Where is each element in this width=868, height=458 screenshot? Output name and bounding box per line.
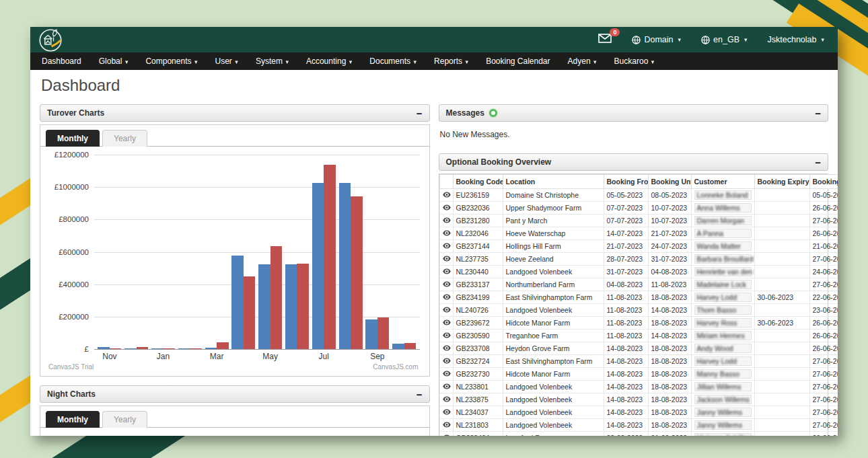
nav-item-adyen[interactable]: Adyen ▾ [559, 52, 606, 71]
customer-name-redacted: A Panna [694, 229, 752, 238]
month-group-jan [150, 348, 177, 349]
booking-code[interactable]: GB231280 [453, 215, 503, 227]
booking-code[interactable]: GB232730 [453, 368, 503, 381]
view-booking-button[interactable] [439, 278, 453, 291]
column-header-create-date[interactable]: Booking Create date [809, 175, 838, 189]
booking-until-cell: 11-08-2023 [648, 278, 691, 291]
nav-item-booking-calendar[interactable]: Booking Calendar [477, 52, 558, 70]
nav-item-global[interactable]: Global ▾ [90, 52, 137, 71]
nav-item-system[interactable]: System ▾ [247, 52, 297, 71]
bar-red-jul [324, 165, 336, 349]
night-panel-header: Night Charts − [40, 385, 430, 403]
tab-yearly[interactable]: Yearly [102, 411, 147, 428]
column-header-location[interactable]: Location [503, 175, 604, 189]
view-booking-button[interactable] [439, 227, 453, 240]
view-booking-button[interactable] [439, 317, 453, 330]
nav-item-buckaroo[interactable]: Buckaroo ▾ [606, 52, 663, 71]
view-booking-button[interactable] [439, 355, 453, 368]
tab-monthly[interactable]: Monthly [46, 130, 100, 147]
view-booking-button[interactable] [439, 291, 453, 304]
language-dropdown[interactable]: en_GB ▾ [701, 35, 747, 44]
booking-code[interactable]: GB239672 [453, 317, 503, 330]
eye-icon [443, 204, 451, 211]
x-axis-tick-label [230, 352, 257, 361]
tab-yearly[interactable]: Yearly [102, 130, 147, 147]
app-logo-icon[interactable] [38, 28, 63, 52]
mail-button[interactable]: 0 [598, 34, 612, 46]
booking-code[interactable]: EU236159 [453, 189, 503, 202]
view-booking-button[interactable] [439, 266, 453, 278]
booking-expiry-cell [754, 432, 809, 436]
collapse-button[interactable]: − [815, 159, 821, 166]
user-menu-dropdown[interactable]: Jsktechnolab ▾ [768, 35, 825, 44]
booking-until-cell: 18-08-2023 [648, 355, 691, 368]
booking-code[interactable]: GB233137 [453, 278, 503, 291]
nav-item-reports[interactable]: Reports ▾ [425, 52, 477, 71]
location-cell: Landgoed Volenbeek [503, 266, 604, 278]
canvasjs-link[interactable]: CanvasJS.com [373, 363, 418, 371]
booking-code[interactable]: GB230590 [453, 330, 503, 342]
view-booking-button[interactable] [439, 381, 453, 393]
location-cell: Pant y March [503, 215, 604, 227]
booking-code[interactable]: NL237735 [453, 253, 503, 266]
booking-code[interactable]: GB238404 [453, 432, 503, 436]
booking-until-cell: 18-08-2023 [648, 291, 691, 304]
booking-code[interactable]: NL231803 [453, 419, 503, 432]
booking-from-cell: 11-08-2023 [604, 291, 648, 304]
column-header-booking-until[interactable]: Booking Until [648, 175, 691, 189]
booking-create-cell: 27-06-2023 [809, 215, 838, 227]
view-booking-button[interactable] [439, 304, 453, 317]
right-column: Messages − No New Messages. Optional Boo… [439, 104, 829, 436]
mail-icon [598, 34, 612, 43]
column-header-booking-from[interactable]: Booking From [604, 175, 648, 189]
customer-name-redacted: Jillian Willems [694, 382, 752, 391]
nav-item-documents[interactable]: Documents ▾ [361, 52, 425, 71]
booking-until-cell: 18-08-2023 [648, 393, 691, 406]
booking-code[interactable]: GB232724 [453, 355, 503, 368]
location-cell: Treganhoe Farm [503, 330, 604, 342]
domain-dropdown[interactable]: Domain ▾ [632, 35, 681, 44]
view-booking-button[interactable] [439, 406, 453, 419]
view-booking-button[interactable] [439, 202, 453, 215]
booking-code[interactable]: NL233875 [453, 393, 503, 406]
view-booking-button[interactable] [439, 215, 453, 227]
view-booking-button[interactable] [439, 419, 453, 432]
booking-expiry-cell [754, 227, 809, 240]
collapse-button[interactable]: − [815, 110, 821, 117]
customer-cell: Henriette van den Hout [691, 266, 754, 278]
booking-code[interactable]: NL230440 [453, 266, 503, 278]
booking-from-cell: 14-08-2023 [604, 381, 648, 393]
y-axis-tick-label: £1000000 [55, 183, 89, 191]
nav-item-components[interactable]: Components ▾ [137, 52, 206, 71]
booking-code[interactable]: NL232046 [453, 227, 503, 240]
booking-code[interactable]: GB232036 [453, 202, 503, 215]
booking-code[interactable]: GB234199 [453, 291, 503, 304]
view-booking-button[interactable] [439, 368, 453, 381]
column-header-customer[interactable]: Customer [691, 175, 754, 189]
booking-code[interactable]: GB237144 [453, 240, 503, 253]
booking-code[interactable]: NL234037 [453, 406, 503, 419]
nav-item-accounting[interactable]: Accounting ▾ [297, 52, 361, 71]
table-row: GB239672Hidcote Manor Farm11-08-202318-0… [439, 317, 838, 330]
collapse-button[interactable]: − [417, 391, 423, 398]
bar-blue-may [258, 264, 270, 349]
view-booking-button[interactable] [439, 393, 453, 406]
view-booking-button[interactable] [439, 253, 453, 266]
view-booking-button[interactable] [439, 330, 453, 342]
view-booking-button[interactable] [439, 240, 453, 253]
tab-monthly[interactable]: Monthly [46, 411, 100, 428]
view-booking-button[interactable] [439, 342, 453, 355]
collapse-button[interactable]: − [417, 110, 423, 117]
bar-blue-aug [339, 183, 351, 349]
column-header-booking-code[interactable]: Booking Code [453, 175, 503, 189]
booking-code[interactable]: NL233801 [453, 381, 503, 393]
booking-code[interactable]: GB233708 [453, 342, 503, 355]
nav-item-user[interactable]: User ▾ [207, 52, 247, 71]
nav-item-dashboard[interactable]: Dashboard [33, 52, 90, 70]
view-booking-button[interactable] [439, 432, 453, 436]
booking-until-cell: 14-08-2023 [648, 304, 691, 317]
view-booking-button[interactable] [439, 189, 453, 202]
booking-code[interactable]: NL240726 [453, 304, 503, 317]
location-cell: Hidcote Manor Farm [503, 317, 604, 330]
column-header-expiry-date[interactable]: Booking Expiry date [754, 175, 809, 189]
